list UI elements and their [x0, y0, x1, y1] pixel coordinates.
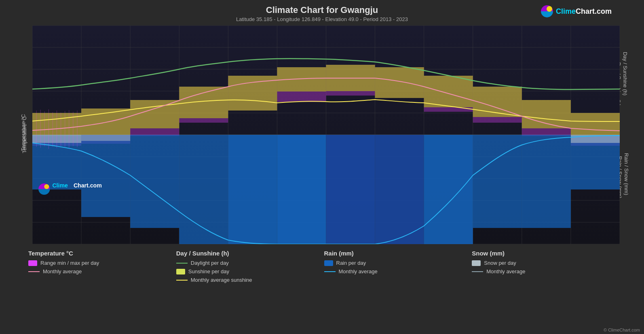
svg-rect-62	[522, 135, 571, 228]
temp-range-swatch	[28, 260, 37, 266]
svg-rect-50	[522, 100, 571, 128]
rain-avg-line	[324, 271, 336, 272]
svg-rect-49	[473, 87, 522, 117]
legend-daylight-label: Daylight per day	[191, 260, 229, 266]
rain-swatch	[324, 260, 333, 266]
svg-rect-53	[81, 135, 130, 217]
chart-container: Climate Chart for Gwangju Latitude 35.18…	[0, 0, 644, 334]
svg-rect-57	[277, 135, 326, 244]
left-axis-label-div: Temperature °C	[21, 116, 27, 153]
legend-rain-avg: Monthly average	[324, 268, 472, 274]
daylight-line	[176, 263, 188, 264]
right-axis-sunshine-title: Day / Sunshine (h)	[623, 52, 629, 96]
logo-icon	[541, 5, 553, 18]
legend-snow-title: Snow (mm)	[472, 250, 620, 257]
svg-rect-48	[424, 76, 473, 107]
watermark-top: ClimeChart.com	[541, 5, 612, 18]
legend-temp-avg-label: Monthly average	[43, 268, 82, 274]
legend-sunshine-per-day-label: Sunshine per day	[188, 268, 229, 274]
legend-sunshine-avg-label: Monthly average sunshine	[191, 277, 252, 283]
legend-snow-per-day: Snow per day	[472, 260, 620, 266]
svg-rect-47	[375, 67, 424, 98]
legend-sunshine-per-day: Sunshine per day	[176, 268, 324, 274]
svg-rect-63	[571, 135, 620, 189]
legend-temp-avg: Monthly average	[28, 268, 176, 274]
svg-rect-59	[375, 135, 424, 244]
main-svg: 50 40 30 20 10 0 -10 -20 -30 -40 -50 24 …	[32, 26, 620, 244]
svg-rect-65	[81, 135, 130, 141]
sunshine-swatch	[176, 269, 185, 274]
snow-avg-line	[472, 271, 483, 272]
legend-col-rain: Rain (mm) Rain per day Monthly average	[324, 250, 472, 285]
svg-rect-51	[571, 113, 620, 136]
svg-text:Clime: Clime	[52, 182, 68, 189]
legend-area: Temperature °C Range min / max per day M…	[28, 250, 620, 285]
svg-rect-54	[130, 135, 179, 228]
legend-sunshine-title: Day / Sunshine (h)	[176, 250, 324, 257]
legend-temp-title: Temperature °C	[28, 250, 176, 257]
temp-avg-line	[28, 271, 40, 272]
legend-rain-per-day-label: Rain per day	[336, 260, 366, 266]
svg-rect-56	[228, 135, 277, 244]
legend-col-temp: Temperature °C Range min / max per day M…	[28, 250, 176, 285]
svg-rect-58	[326, 135, 375, 244]
legend-temp-range: Range min / max per day	[28, 260, 176, 266]
legend-col-sunshine: Day / Sunshine (h) Daylight per day Suns…	[176, 250, 324, 285]
snow-swatch	[472, 260, 481, 266]
svg-rect-41	[81, 108, 130, 135]
legend-rain-title: Rain (mm)	[324, 250, 472, 257]
right-axis-rain-title: Rain / Snow (mm)	[623, 153, 629, 195]
legend-temp-range-label: Range min / max per day	[40, 260, 99, 266]
legend-snow-avg: Monthly average	[472, 268, 620, 274]
legend-snow-per-day-label: Snow per day	[484, 260, 516, 266]
watermark-text: ClimeChart.com	[556, 7, 612, 16]
sunshine-avg-line	[176, 280, 188, 281]
legend-sunshine-avg: Monthly average sunshine	[176, 277, 324, 283]
svg-rect-60	[424, 135, 473, 244]
chart-area: 50 40 30 20 10 0 -10 -20 -30 -40 -50 24 …	[32, 26, 620, 244]
svg-rect-61	[473, 135, 522, 228]
legend-rain-per-day: Rain per day	[324, 260, 472, 266]
legend-snow-avg-label: Monthly average	[486, 268, 525, 274]
copyright: © ClimeChart.com	[604, 328, 640, 332]
legend-daylight: Daylight per day	[176, 260, 324, 266]
svg-point-1	[547, 6, 552, 12]
svg-text:Chart.com: Chart.com	[74, 182, 102, 189]
legend-rain-avg-label: Monthly average	[339, 268, 378, 274]
svg-point-112	[44, 184, 49, 189]
legend-col-snow: Snow (mm) Snow per day Monthly average	[472, 250, 620, 285]
